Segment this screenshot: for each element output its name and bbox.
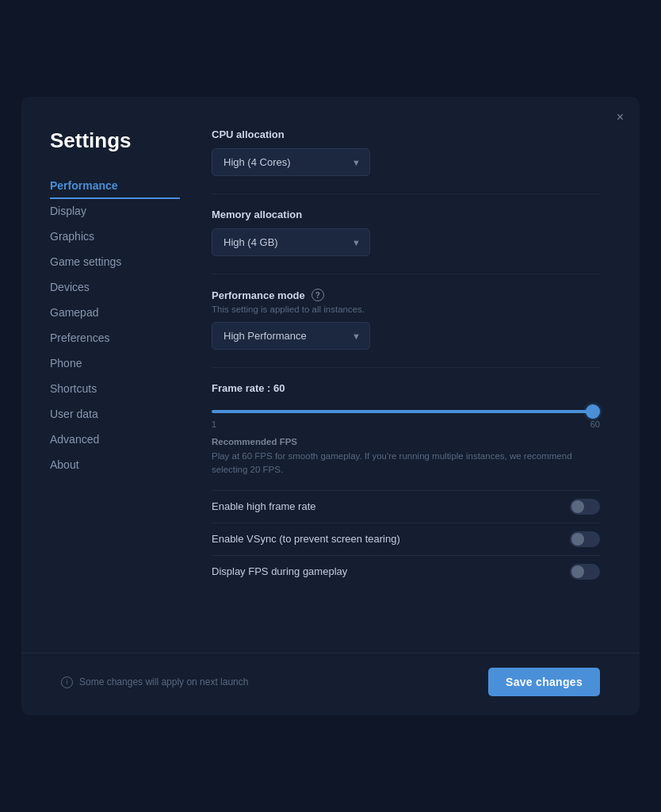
sidebar-item-phone[interactable]: Phone: [50, 351, 180, 377]
divider-3: [212, 367, 600, 368]
sidebar-item-devices[interactable]: Devices: [50, 275, 180, 301]
slider-range-labels: 1 60: [212, 419, 600, 429]
toggle-thumb-display-fps: [571, 565, 584, 578]
performance-mode-sub-text: This setting is applied to all instances…: [212, 304, 600, 314]
info-icon: i: [61, 676, 73, 688]
sidebar-item-user-data[interactable]: User data: [50, 402, 180, 427]
performance-mode-label: Performance mode: [212, 289, 305, 301]
toggle-track-vsync[interactable]: [570, 531, 600, 547]
memory-allocation-label: Memory allocation: [212, 209, 600, 220]
divider-1: [212, 193, 600, 194]
sidebar-item-preferences[interactable]: Preferences: [50, 326, 180, 351]
slider-container: [212, 402, 600, 416]
toggle-label-vsync: Enable VSync (to prevent screen tearing): [212, 533, 400, 545]
close-button[interactable]: ×: [617, 111, 624, 124]
sidebar: Settings PerformanceDisplayGraphicsGame …: [21, 128, 180, 637]
fps-recommend-title: Recommended FPS: [212, 437, 600, 446]
toggle-vsync[interactable]: [570, 531, 600, 547]
settings-title: Settings: [50, 128, 180, 153]
frame-rate-slider[interactable]: [212, 410, 600, 413]
sidebar-item-gamepad[interactable]: Gamepad: [50, 301, 180, 326]
toggle-thumb-vsync: [571, 533, 584, 546]
memory-allocation-section: Memory allocation High (4 GB)Medium (2 G…: [212, 209, 600, 256]
footer: i Some changes will apply on next launch…: [21, 653, 640, 715]
sidebar-item-shortcuts[interactable]: Shortcuts: [50, 377, 180, 402]
frame-rate-section: Frame rate : 60 1 60 Recommended FPS Pla…: [212, 382, 600, 477]
footer-note: i Some changes will apply on next launch: [61, 676, 248, 688]
toggle-display-fps[interactable]: [570, 564, 600, 580]
cpu-allocation-section: CPU allocation High (4 Cores)Medium (2 C…: [212, 128, 600, 176]
toggle-high-frame-rate[interactable]: [570, 499, 600, 515]
toggle-row-display-fps: Display FPS during gameplay: [212, 555, 600, 588]
sidebar-item-game-settings[interactable]: Game settings: [50, 250, 180, 275]
footer-note-text: Some changes will apply on next launch: [79, 676, 248, 688]
performance-mode-select-wrapper: High PerformanceBalancedPower Saving ▼: [212, 322, 370, 350]
sidebar-item-about[interactable]: About: [50, 453, 180, 478]
settings-window: × Settings PerformanceDisplayGraphicsGam…: [21, 97, 640, 715]
sidebar-nav: PerformanceDisplayGraphicsGame settingsD…: [50, 174, 180, 478]
toggle-row-high-frame-rate: Enable high frame rate: [212, 490, 600, 523]
performance-mode-label-row: Performance mode ?: [212, 289, 600, 301]
toggle-track-high-frame-rate[interactable]: [570, 499, 600, 515]
toggle-label-display-fps: Display FPS during gameplay: [212, 565, 347, 577]
toggle-thumb-high-frame-rate: [571, 500, 584, 513]
frame-rate-label: Frame rate : 60: [212, 382, 600, 394]
toggle-label-high-frame-rate: Enable high frame rate: [212, 500, 316, 512]
memory-allocation-select-wrapper: High (4 GB)Medium (2 GB)Low (1 GB) ▼: [212, 228, 370, 256]
performance-mode-select[interactable]: High PerformanceBalancedPower Saving: [212, 322, 370, 350]
cpu-allocation-label: CPU allocation: [212, 128, 600, 140]
slider-max-label: 60: [590, 419, 600, 429]
sidebar-item-graphics[interactable]: Graphics: [50, 224, 180, 250]
sidebar-item-display[interactable]: Display: [50, 199, 180, 224]
save-changes-button[interactable]: Save changes: [488, 668, 600, 696]
sidebar-item-performance[interactable]: Performance: [50, 174, 180, 199]
help-icon[interactable]: ?: [311, 289, 324, 301]
toggle-row-vsync: Enable VSync (to prevent screen tearing): [212, 523, 600, 555]
fps-recommend-text: Play at 60 FPS for smooth gameplay. If y…: [212, 450, 600, 477]
main-content: CPU allocation High (4 Cores)Medium (2 C…: [180, 128, 640, 637]
cpu-allocation-select-wrapper: High (4 Cores)Medium (2 Cores)Low (1 Cor…: [212, 148, 370, 176]
cpu-allocation-select[interactable]: High (4 Cores)Medium (2 Cores)Low (1 Cor…: [212, 148, 370, 176]
toggles-container: Enable high frame rateEnable VSync (to p…: [212, 490, 600, 588]
performance-mode-section: Performance mode ? This setting is appli…: [212, 289, 600, 350]
toggle-track-display-fps[interactable]: [570, 564, 600, 580]
sidebar-item-advanced[interactable]: Advanced: [50, 427, 180, 453]
memory-allocation-select[interactable]: High (4 GB)Medium (2 GB)Low (1 GB): [212, 228, 370, 256]
slider-min-label: 1: [212, 419, 216, 429]
divider-2: [212, 274, 600, 274]
